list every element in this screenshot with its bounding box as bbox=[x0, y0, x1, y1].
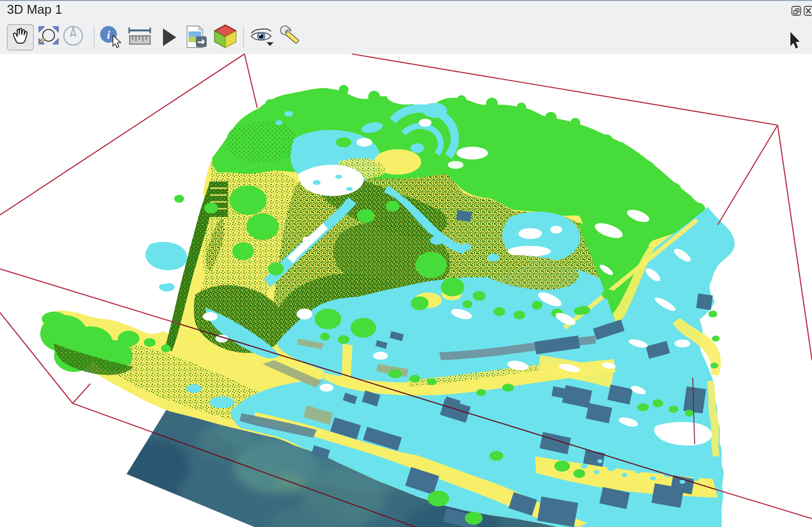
svg-text:i: i bbox=[107, 28, 110, 41]
